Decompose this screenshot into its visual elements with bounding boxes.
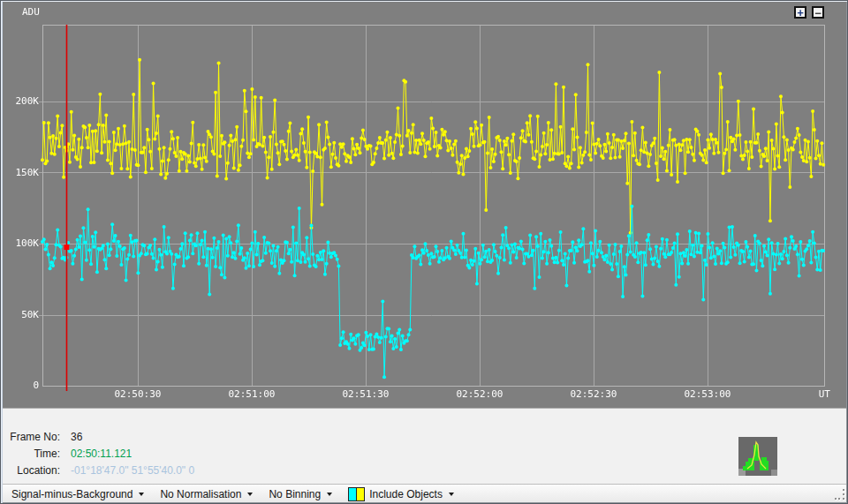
time-value: 02:50:11.121: [71, 448, 132, 460]
reduction-mode-label: Signal-minus-Background: [11, 488, 132, 500]
y-tick-label: 0: [0, 380, 39, 391]
include-objects-label: Include Objects: [369, 488, 443, 500]
x-tick-label: 02:51:30: [329, 388, 403, 400]
location-label: Location:: [7, 464, 60, 477]
chevron-down-icon: [247, 493, 253, 496]
include-objects-color-icon: [348, 487, 365, 501]
x-tick-label: 02:51:00: [215, 388, 289, 400]
binning-dropdown[interactable]: No Binning: [263, 485, 337, 503]
location-row: Location: -01°18'47.0" 51°55'40.0" 0: [7, 462, 194, 478]
light-curve-plot[interactable]: [0, 0, 848, 408]
frame-number-row: Frame No: 36: [7, 428, 194, 445]
time-row: Time: 02:50:11.121: [7, 445, 194, 462]
frame-number-label: Frame No:: [7, 431, 60, 443]
normalisation-dropdown[interactable]: No Normalisation: [155, 485, 258, 503]
x-tick-label: 02:52:30: [556, 388, 631, 400]
reduction-mode-dropdown[interactable]: Signal-minus-Background: [6, 485, 149, 503]
chevron-down-icon: [139, 493, 144, 496]
light-curve-panel: ADU UT 050K100K150K200K 02:50:3002:51:00…: [0, 0, 848, 408]
time-label: Time:: [7, 448, 60, 460]
chevron-down-icon: [327, 493, 332, 496]
y-tick-label: 100K: [0, 238, 39, 249]
chevron-down-icon: [449, 493, 454, 496]
x-tick-label: 02:53:00: [670, 388, 745, 400]
lightcurve-toolbar: Signal-minus-Background No Normalisation…: [0, 484, 848, 503]
toolbar-resize-grip[interactable]: [835, 489, 844, 500]
x-tick-label: 02:50:30: [101, 388, 175, 400]
y-axis-unit-label: ADU: [22, 6, 40, 18]
y-tick-label: 50K: [0, 310, 39, 320]
all-objects-psf-thumbnail: [738, 437, 777, 476]
binning-label: No Binning: [269, 488, 321, 500]
frame-number-value: 36: [71, 431, 82, 443]
location-value: -01°18'47.0" 51°55'40.0" 0: [71, 464, 194, 477]
x-axis-unit-label: UT: [795, 388, 830, 400]
measurement-info-panel: Frame No: 36 Time: 02:50:11.121 Location…: [0, 408, 848, 484]
include-objects-dropdown[interactable]: Include Objects: [343, 485, 459, 503]
x-tick-label: 02:52:00: [443, 388, 517, 400]
zoom-in-button[interactable]: +: [794, 6, 806, 19]
y-tick-label: 150K: [0, 168, 39, 178]
normalisation-label: No Normalisation: [160, 488, 241, 500]
y-tick-label: 200K: [0, 96, 39, 107]
zoom-out-button[interactable]: −: [812, 6, 824, 19]
